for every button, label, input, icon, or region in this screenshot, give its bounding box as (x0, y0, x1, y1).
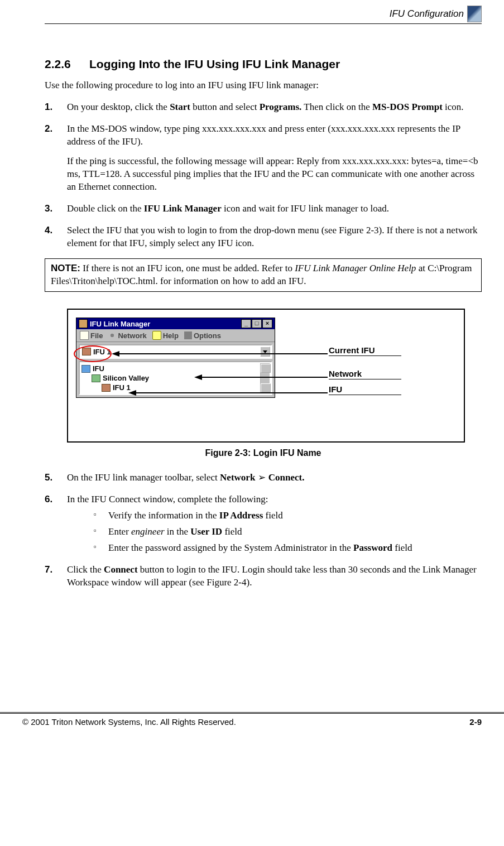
section-heading: 2.2.6Logging Into the IFU Using IFU Link… (45, 57, 482, 71)
chevron-down-icon[interactable] (260, 347, 270, 357)
page-header: IFU Configuration (45, 6, 482, 24)
scroll-down-icon[interactable] (261, 383, 271, 392)
menu-file[interactable]: File (80, 331, 103, 340)
step-5: On the IFU link manager toolbar, select … (45, 472, 482, 484)
network-icon (108, 331, 116, 339)
ifu-link-manager-window: IFU Link Manager _ □ × File Network Help… (76, 318, 275, 398)
copyright: © 2001 Triton Network Systems, Inc. All … (22, 717, 236, 727)
step-4: Select the IFU that you wish to login to… (45, 224, 482, 250)
menu-help[interactable]: Help (152, 331, 179, 340)
step-6a: Verify the information in the IP Address… (89, 509, 482, 522)
tree-root[interactable]: IFU (81, 364, 270, 373)
ifu-icon (82, 348, 91, 355)
menu-options[interactable]: Options (184, 331, 221, 340)
app-icon (79, 319, 88, 328)
callout-current-ifu: Current IFU (329, 345, 401, 356)
section-title: Logging Into the IFU Using IFU Link Mana… (89, 57, 340, 70)
callout-network: Network (329, 369, 401, 379)
window-titlebar: IFU Link Manager _ □ × (76, 318, 275, 329)
figure-2-3: IFU Link Manager _ □ × File Network Help… (67, 309, 465, 443)
window-title: IFU Link Manager (90, 320, 150, 328)
step-3: Double click on the IFU Link Manager ico… (45, 203, 482, 215)
arrow-head-icon (112, 351, 119, 357)
file-icon (80, 331, 89, 340)
step-7: Click the Connect button to login to the… (45, 564, 482, 589)
note-box: NOTE: If there is not an IFU icon, one m… (45, 258, 482, 292)
step-1: On your desktop, click the Start button … (45, 101, 482, 114)
step-6: In the IFU Connect window, complete the … (45, 493, 482, 555)
arrow-head-icon (128, 390, 136, 396)
section-number: 2.2.6 (45, 57, 89, 71)
callout-arrow-3 (135, 392, 328, 393)
intro-paragraph: Use the following procedure to log into … (45, 80, 482, 91)
note-label: NOTE: (51, 263, 80, 273)
scroll-up-icon[interactable] (261, 364, 271, 373)
close-button[interactable]: × (262, 319, 272, 328)
page-footer: © 2001 Triton Network Systems, Inc. All … (0, 712, 504, 738)
procedure-list-continued: On the IFU link manager toolbar, select … (45, 472, 482, 589)
header-title: IFU Configuration (390, 8, 464, 20)
step-6c: Enter the password assigned by the Syste… (89, 542, 482, 555)
tree-scrollbar[interactable] (260, 363, 270, 393)
ifu-node-icon (102, 384, 111, 392)
step-2: In the MS-DOS window, type ping xxx.xxx.… (45, 123, 482, 194)
ifu-dropdown[interactable]: IFU 1 (79, 344, 272, 359)
procedure-list: On your desktop, click the Start button … (45, 101, 482, 249)
company-logo-icon (467, 6, 482, 22)
callout-ifu: IFU (329, 384, 401, 395)
page-number: 2-9 (469, 717, 482, 727)
tree-group[interactable]: Silicon Valley (81, 373, 270, 383)
network-root-icon (81, 365, 90, 373)
menu-network[interactable]: Network (108, 331, 146, 340)
figure-caption: Figure 2-3: Login IFU Name (45, 448, 482, 458)
tree-leaf[interactable]: IFU 1 (81, 383, 270, 392)
minimize-button[interactable]: _ (241, 319, 251, 328)
callout-arrow-2 (201, 377, 328, 378)
arrow-head-icon (194, 374, 202, 380)
callout-arrow-1 (118, 353, 328, 354)
help-icon (152, 331, 161, 340)
step-6b: Enter engineer in the User ID field (89, 526, 482, 539)
options-icon (184, 331, 192, 339)
group-icon (92, 374, 100, 382)
maximize-button[interactable]: □ (252, 319, 262, 328)
menubar: File Network Help Options (76, 329, 275, 342)
network-tree: IFU Silicon Valley IFU 1 (79, 361, 272, 395)
